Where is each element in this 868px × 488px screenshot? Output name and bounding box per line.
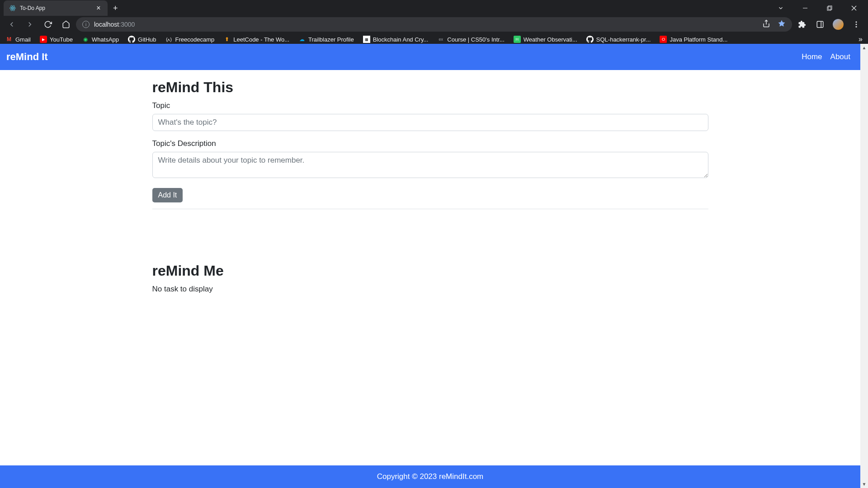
react-icon: [9, 5, 16, 12]
footer-text: Copyright © 2023 reMindIt.com: [377, 472, 484, 481]
whatsapp-icon: ◉: [82, 36, 89, 43]
scroll-up-icon[interactable]: ▲: [860, 44, 868, 52]
bookmark-whatsapp[interactable]: ◉ WhatsApp: [82, 36, 119, 43]
address-bar-row: i localhost:3000: [0, 16, 868, 33]
minimize-icon[interactable]: [795, 1, 816, 15]
side-panel-icon[interactable]: [812, 16, 828, 33]
url-text: localhost:3000: [94, 21, 135, 28]
menu-icon[interactable]: [848, 16, 864, 33]
close-window-icon[interactable]: [844, 1, 864, 15]
nav-links: Home About: [802, 52, 854, 61]
bookmark-label: WhatsApp: [92, 36, 119, 43]
bookmark-label: Java Platform Stand...: [670, 36, 727, 43]
bookmark-label: LeetCode - The Wo...: [233, 36, 289, 43]
extensions-icon[interactable]: [794, 16, 810, 33]
bookmark-label: Weather Observati...: [524, 36, 577, 43]
youtube-icon: ▶: [40, 36, 47, 43]
bookmark-blockchain[interactable]: ▦ Blockchain And Cry...: [363, 36, 429, 43]
form-container: reMind This Topic Topic's Description Ad…: [152, 70, 708, 218]
svg-rect-6: [828, 6, 832, 9]
forward-button[interactable]: [22, 16, 38, 33]
freecodecamp-icon: (ʌ): [165, 36, 173, 43]
new-tab-button[interactable]: +: [108, 4, 123, 13]
back-button[interactable]: [4, 16, 20, 33]
bookmark-leetcode[interactable]: ⬆ LeetCode - The Wo...: [223, 36, 289, 43]
gmail-icon: M: [5, 36, 13, 43]
bookmark-sql[interactable]: SQL-hackerrank-pr...: [586, 36, 651, 43]
bookmark-java[interactable]: O Java Platform Stand...: [660, 36, 727, 43]
scrollbar[interactable]: ▲ ▼: [860, 44, 868, 488]
bookmark-label: Course | CS50's Intr...: [447, 36, 505, 43]
bookmark-freecodecamp[interactable]: (ʌ) Freecodecamp: [165, 36, 215, 43]
tab-title: To-Do App: [20, 5, 91, 11]
browser-chrome: To-Do App × +: [0, 0, 868, 44]
brand-logo[interactable]: reMind It: [6, 51, 48, 63]
bookmarks-overflow-icon[interactable]: »: [859, 35, 863, 43]
list-heading: reMind Me: [152, 263, 708, 279]
bookmark-star-icon[interactable]: [778, 19, 786, 29]
bookmark-youtube[interactable]: ▶ YouTube: [40, 36, 73, 43]
share-icon[interactable]: [762, 19, 770, 29]
tab-bar: To-Do App × +: [0, 0, 868, 16]
bookmark-label: SQL-hackerrank-pr...: [596, 36, 651, 43]
description-input[interactable]: [152, 152, 708, 178]
leetcode-icon: ⬆: [223, 36, 231, 43]
home-button[interactable]: [58, 16, 74, 33]
bookmark-label: Freecodecamp: [175, 36, 215, 43]
nav-home[interactable]: Home: [802, 52, 822, 61]
reload-button[interactable]: [40, 16, 56, 33]
bookmark-label: Trailblazer Profile: [308, 36, 354, 43]
edx-icon: ex: [437, 36, 444, 43]
github-icon: [586, 36, 594, 43]
svg-point-13: [856, 21, 857, 23]
profile-avatar[interactable]: [830, 16, 846, 33]
footer: Copyright © 2023 reMindIt.com: [0, 465, 860, 488]
viewport: reMind It Home About reMind This Topic T…: [0, 44, 868, 488]
maximize-icon[interactable]: [819, 1, 840, 15]
description-label: Topic's Description: [152, 139, 708, 148]
browser-tab[interactable]: To-Do App ×: [4, 0, 108, 16]
svg-point-15: [856, 26, 857, 28]
bookmark-label: GitHub: [138, 36, 156, 43]
bookmark-github[interactable]: GitHub: [128, 36, 156, 43]
svg-point-0: [12, 8, 14, 9]
svg-point-14: [856, 24, 857, 25]
generic-icon: ▦: [363, 36, 370, 43]
svg-rect-11: [817, 21, 823, 28]
salesforce-icon: ☁: [298, 36, 306, 43]
empty-state: No task to display: [152, 285, 708, 294]
bookmark-trailblazer[interactable]: ☁ Trailblazer Profile: [298, 36, 354, 43]
bookmark-weather[interactable]: H Weather Observati...: [514, 36, 577, 43]
svg-marker-10: [778, 20, 785, 27]
bookmark-label: Gmail: [15, 36, 31, 43]
scroll-down-icon[interactable]: ▼: [860, 480, 868, 488]
oracle-icon: O: [660, 36, 667, 43]
svg-rect-5: [827, 7, 831, 10]
site-info-icon[interactable]: i: [82, 21, 90, 28]
form-heading: reMind This: [152, 79, 708, 96]
topic-label: Topic: [152, 101, 708, 110]
nav-about[interactable]: About: [830, 52, 850, 61]
divider: [152, 209, 708, 209]
bookmark-cs50[interactable]: ex Course | CS50's Intr...: [437, 36, 505, 43]
topic-input[interactable]: [152, 114, 708, 131]
tab-search-icon[interactable]: [770, 1, 791, 15]
page-content: reMind It Home About reMind This Topic T…: [0, 44, 860, 488]
close-icon[interactable]: ×: [95, 4, 102, 12]
github-icon: [128, 36, 135, 43]
hackerrank-icon: H: [514, 36, 521, 43]
add-button[interactable]: Add It: [152, 188, 183, 202]
bookmark-gmail[interactable]: M Gmail: [5, 36, 31, 43]
avatar-icon: [833, 19, 844, 30]
address-bar[interactable]: i localhost:3000: [76, 17, 792, 32]
bookmark-label: Blockchain And Cry...: [373, 36, 429, 43]
app-navbar: reMind It Home About: [0, 44, 860, 70]
window-controls: [770, 1, 868, 15]
bookmark-label: YouTube: [50, 36, 73, 43]
list-container: reMind Me No task to display: [152, 253, 708, 303]
